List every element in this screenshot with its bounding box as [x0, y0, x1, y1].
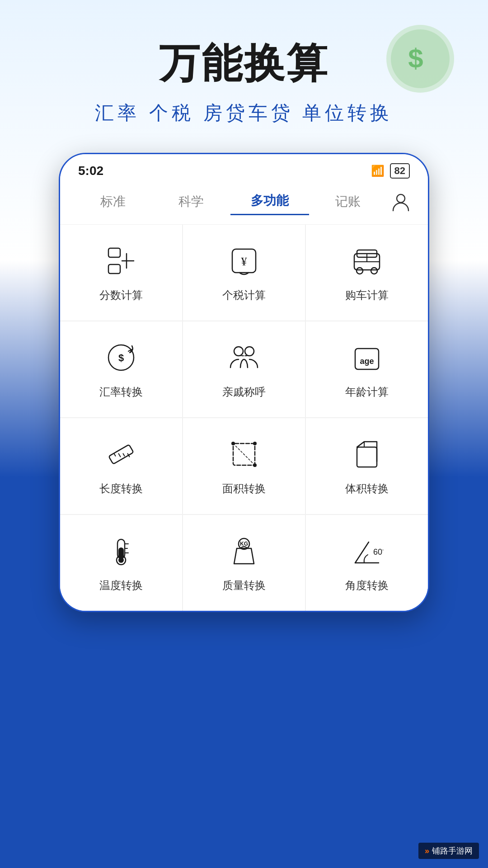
tab-standard[interactable]: 标准	[74, 189, 152, 215]
svg-text:age: age	[360, 357, 374, 366]
kinship-icon	[226, 340, 262, 376]
kinship-item[interactable]: 亲戚称呼	[183, 321, 305, 417]
watermark-text: 铺路手游网	[432, 845, 473, 856]
area-icon	[226, 436, 262, 472]
weight-icon: KG	[226, 533, 262, 569]
temp-convert-item[interactable]: 温度转换	[60, 515, 182, 611]
weight-convert-label: 质量转换	[222, 578, 266, 593]
svg-line-45	[355, 542, 369, 563]
angle-convert-label: 角度转换	[345, 578, 389, 593]
car-icon	[349, 243, 385, 279]
ruler-icon	[103, 436, 139, 472]
svg-line-26	[123, 453, 125, 456]
svg-text:$: $	[408, 43, 423, 74]
fraction-calc-label: 分数计算	[99, 288, 143, 302]
age-calc-label: 年龄计算	[345, 385, 389, 399]
status-bar: 5:02 📶 82	[60, 154, 428, 183]
status-icons: 📶 82	[371, 163, 410, 179]
exchange-rate-label: 汇率转换	[99, 385, 143, 399]
length-convert-label: 长度转换	[99, 481, 143, 496]
car-calc-label: 购车计算	[345, 288, 389, 302]
function-grid: 分数计算 ¥ 个税计算	[60, 225, 428, 611]
status-time: 5:02	[78, 164, 103, 178]
svg-line-32	[233, 443, 255, 465]
svg-point-3	[397, 194, 405, 203]
svg-line-24	[114, 453, 116, 456]
volume-icon	[349, 436, 385, 472]
svg-line-34	[357, 442, 364, 447]
profile-button[interactable]	[387, 188, 414, 215]
watermark: » 铺路手游网	[418, 843, 479, 859]
svg-text:60°: 60°	[373, 547, 383, 557]
watermark-arrows: »	[425, 846, 429, 856]
thermometer-icon	[103, 533, 139, 569]
fraction-calc-item[interactable]: 分数计算	[60, 225, 182, 321]
tax-calc-item[interactable]: ¥ 个税计算	[183, 225, 305, 321]
wifi-icon: 📶	[371, 165, 385, 177]
svg-point-12	[357, 268, 363, 274]
svg-point-38	[118, 557, 124, 563]
age-icon: age	[349, 340, 385, 376]
battery-indicator: 82	[390, 163, 410, 179]
angle-icon: 60°	[349, 533, 385, 569]
kinship-label: 亲戚称呼	[222, 385, 266, 399]
svg-rect-23	[108, 444, 133, 464]
car-calc-item[interactable]: 购车计算	[306, 225, 428, 321]
fraction-icon	[103, 243, 139, 279]
exchange-icon: $	[103, 340, 139, 376]
svg-line-25	[119, 453, 121, 457]
tab-science[interactable]: 科学	[152, 189, 231, 215]
svg-point-13	[371, 268, 377, 274]
svg-point-30	[253, 442, 257, 445]
age-calc-item[interactable]: age 年龄计算	[306, 321, 428, 417]
svg-rect-4	[108, 248, 120, 257]
coin-decoration: $	[371, 18, 461, 108]
volume-convert-label: 体积转换	[345, 481, 389, 496]
temp-convert-label: 温度转换	[99, 578, 143, 593]
phone-frame: 5:02 📶 82 标准 科学 多功能 记账	[59, 153, 429, 612]
tax-calc-label: 个税计算	[222, 288, 266, 302]
length-convert-item[interactable]: 长度转换	[60, 418, 182, 514]
svg-text:¥: ¥	[241, 255, 247, 268]
svg-text:KG: KG	[240, 541, 248, 547]
hero-section: $ 万能换算 汇率 个税 房贷车贷 单位转换	[0, 0, 488, 126]
tax-icon: ¥	[226, 243, 262, 279]
svg-rect-5	[108, 264, 120, 274]
area-convert-item[interactable]: 面积转换	[183, 418, 305, 514]
svg-text:$: $	[118, 352, 124, 363]
svg-point-19	[245, 347, 254, 356]
svg-rect-33	[357, 447, 377, 467]
tab-multifunction[interactable]: 多功能	[230, 188, 309, 215]
svg-point-18	[234, 347, 243, 356]
nav-tabs: 标准 科学 多功能 记账	[60, 183, 428, 225]
weight-convert-item[interactable]: KG 质量转换	[183, 515, 305, 611]
area-convert-label: 面积转换	[222, 481, 266, 496]
volume-convert-item[interactable]: 体积转换	[306, 418, 428, 514]
tab-ledger[interactable]: 记账	[309, 189, 388, 215]
angle-convert-item[interactable]: 60° 角度转换	[306, 515, 428, 611]
exchange-rate-item[interactable]: $ 汇率转换	[60, 321, 182, 417]
